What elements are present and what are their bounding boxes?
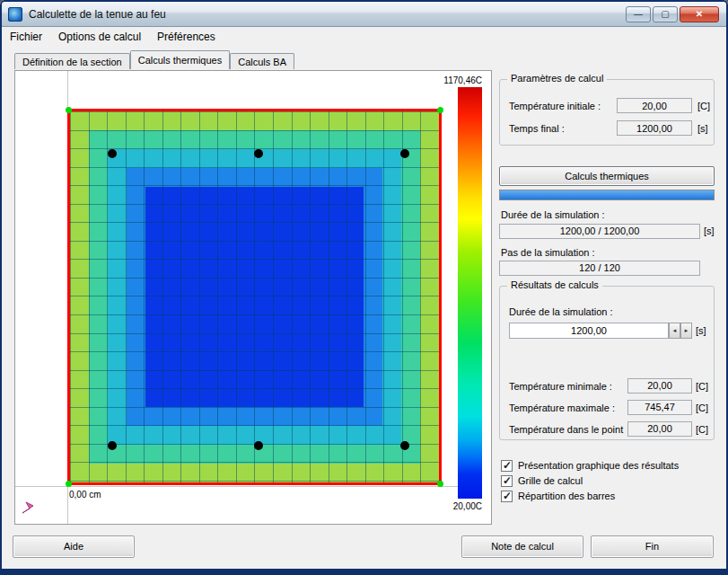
corner-marker: [66, 107, 72, 113]
origin-label: 0,00 cm: [69, 490, 101, 500]
title-bar[interactable]: Calculette de la tenue au feu — ▢ ✕: [2, 2, 726, 27]
rebar-dot: [254, 149, 263, 158]
colorbar-max-label: 1170,46C: [392, 75, 482, 85]
label-pas-simulation: Pas de la simulation :: [501, 247, 595, 258]
tab-calculs-ba[interactable]: Calculs BA: [230, 53, 294, 69]
temperature-colorbar: [458, 87, 482, 499]
label-temp-point: Température dans le point: [509, 424, 623, 435]
groupbox-parametres-title: Paramètres de calcul: [507, 73, 607, 84]
app-icon: [8, 7, 22, 22]
rebar-dot: [108, 149, 117, 158]
corner-marker: [437, 481, 443, 487]
menu-bar: Fichier Options de calcul Préférences: [2, 27, 726, 47]
checkbox-grille-de-calcul-label[interactable]: Grille de calcul: [518, 475, 583, 486]
field-pas-simulation: 120 / 120: [499, 261, 700, 276]
rebar-dot: [400, 149, 409, 158]
field-duree-simulation: 1200,00 / 1200,00: [499, 224, 700, 239]
tab-calculs-thermiques[interactable]: Calculs thermiques: [130, 50, 231, 69]
tab-definition-section[interactable]: Définition de la section: [14, 53, 130, 69]
fin-button[interactable]: Fin: [591, 535, 714, 558]
menu-preferences[interactable]: Préférences: [149, 27, 224, 47]
field-temp-point: 20,00: [627, 421, 692, 437]
aide-button[interactable]: Aide: [13, 535, 135, 558]
field-temp-minimale: 20,00: [627, 378, 692, 394]
label-duree-simulation: Durée de la simulation :: [501, 209, 605, 220]
rebar-dot: [254, 441, 263, 450]
label-temps-final: Temps final :: [509, 123, 565, 134]
plot-axis-horizontal: [15, 486, 458, 487]
unit-duree-simulation: [s]: [704, 226, 715, 236]
temperature-heatmap[interactable]: [67, 109, 442, 485]
field-temp-maximale: 745,47: [627, 400, 692, 415]
rebar-dot: [108, 441, 117, 450]
progress-fill: [500, 190, 714, 199]
app-window: Calculette de la tenue au feu — ▢ ✕ Fich…: [0, 0, 728, 575]
pointer-cursor-icon: [21, 499, 37, 515]
spinner-decrement-button[interactable]: ◄: [669, 323, 680, 339]
unit-temperature-initiale: [C]: [697, 101, 710, 111]
label-temp-maximale: Température maximale :: [509, 402, 615, 413]
label-resultat-duree: Durée de la simulation :: [509, 306, 613, 317]
checkbox-repartition-des-barres[interactable]: [501, 491, 513, 502]
corner-marker: [66, 481, 72, 487]
unit-temp-maximale: [C]: [696, 402, 708, 413]
tab-strip: Définition de la section Calculs thermiq…: [14, 50, 294, 69]
label-temp-minimale: Température minimale :: [509, 381, 612, 392]
unit-temps-final: [s]: [697, 123, 708, 134]
checkbox-presentation-graphique[interactable]: [501, 460, 513, 472]
unit-temp-minimale: [C]: [696, 381, 708, 392]
unit-temp-point: [C]: [696, 424, 708, 435]
maximize-button[interactable]: ▢: [653, 6, 678, 22]
section-plot-area[interactable]: 1170,46C 20,00C 0,00 cm: [14, 70, 492, 525]
menu-fichier[interactable]: Fichier: [2, 27, 50, 47]
groupbox-resultats-title: Résultats de calculs: [507, 279, 602, 290]
checkbox-repartition-des-barres-label[interactable]: Répartition des barres: [518, 491, 615, 501]
input-resultat-duree[interactable]: [509, 323, 669, 339]
minimize-button[interactable]: —: [626, 6, 651, 22]
unit-resultat-duree: [s]: [696, 325, 706, 336]
rebar-dot: [400, 441, 409, 450]
menu-options-de-calcul[interactable]: Options de calcul: [50, 27, 149, 47]
window-title: Calculette de la tenue au feu: [29, 2, 166, 27]
calculation-grid: [70, 111, 439, 482]
corner-marker: [437, 107, 443, 113]
checkbox-presentation-graphique-label[interactable]: Présentation graphique des résultats: [518, 460, 679, 471]
groupbox-parametres: Paramètres de calcul Température initial…: [499, 79, 715, 146]
checkbox-grille-de-calcul[interactable]: [501, 475, 513, 487]
note-de-calcul-button[interactable]: Note de calcul: [461, 535, 583, 558]
input-temperature-initiale[interactable]: [617, 98, 692, 113]
input-temps-final[interactable]: [617, 120, 692, 136]
spinner-increment-button[interactable]: ►: [680, 323, 692, 339]
colorbar-min-label: 20,00C: [392, 501, 482, 511]
simulation-progress-bar: [499, 190, 715, 200]
label-temperature-initiale: Température initiale :: [509, 101, 601, 111]
groupbox-resultats: Résultats de calculs Durée de la simulat…: [499, 286, 715, 440]
close-button[interactable]: ✕: [680, 6, 719, 22]
calculs-thermiques-button[interactable]: Calculs thermiques: [499, 166, 715, 186]
